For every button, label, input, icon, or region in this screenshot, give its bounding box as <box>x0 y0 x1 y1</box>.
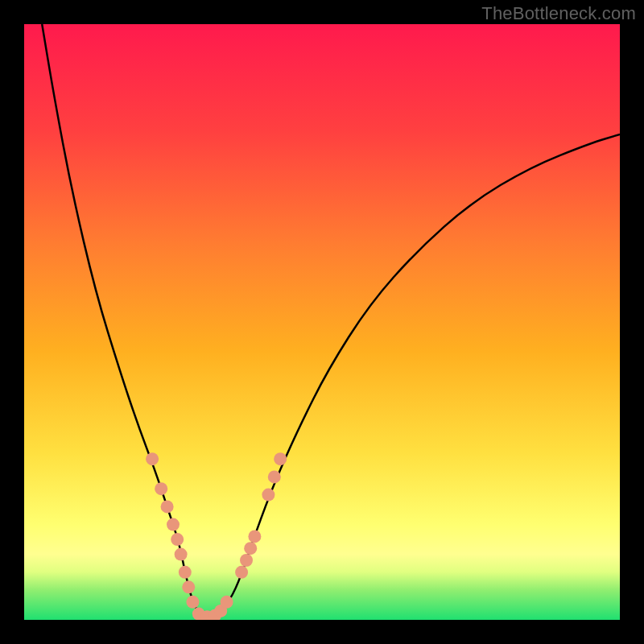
data-marker <box>161 500 174 513</box>
curve-right-path <box>208 134 620 617</box>
data-marker <box>274 452 287 465</box>
data-marker <box>235 566 248 579</box>
marker-group <box>146 452 287 620</box>
data-marker <box>146 452 159 465</box>
data-marker <box>221 596 233 609</box>
data-marker <box>262 489 275 502</box>
data-marker <box>186 596 199 609</box>
plot-area <box>24 24 620 620</box>
data-marker <box>268 470 281 483</box>
data-marker <box>248 530 261 543</box>
data-marker <box>171 533 184 546</box>
curve-left-path <box>42 24 203 617</box>
watermark-text: TheBottleneck.com <box>481 3 636 24</box>
data-marker <box>244 542 257 555</box>
chart-svg <box>24 24 620 620</box>
data-marker <box>182 580 195 593</box>
data-marker <box>167 518 180 531</box>
data-marker <box>155 482 167 495</box>
data-marker <box>240 554 253 567</box>
data-marker <box>175 548 188 561</box>
chart-frame: TheBottleneck.com <box>0 0 644 644</box>
data-marker <box>179 566 192 579</box>
